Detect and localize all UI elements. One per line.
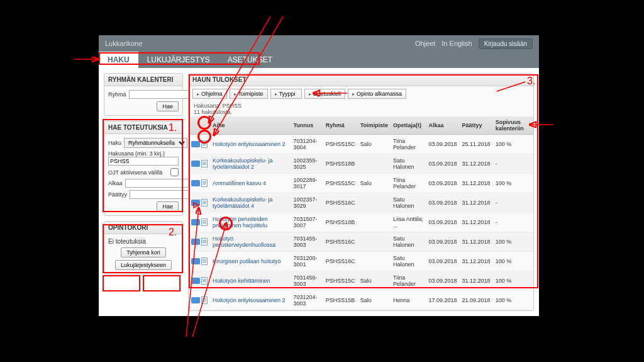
results-panel: HAUN TULOKSET Ohjelma Toimipiste Tyyppi … xyxy=(188,73,534,311)
result-link[interactable]: Ammatillinen kasvu 4 xyxy=(213,180,266,186)
ojt-label: OJT aktiivisena välillä xyxy=(108,169,168,176)
search-button[interactable]: Hae xyxy=(157,201,179,212)
details-icon[interactable] xyxy=(201,160,208,167)
table-row: Hoitotyön perusteiden prekliininen harjo… xyxy=(189,213,533,232)
result-link[interactable]: Hoitotyön perusteiden prekliininen harjo… xyxy=(213,216,268,229)
filter-toimipiste[interactable]: Toimipiste xyxy=(230,89,268,99)
details-icon[interactable] xyxy=(201,297,208,304)
hakusana-label: Hakusana (min. 3 kirj.) xyxy=(108,150,179,157)
result-link[interactable]: Korkeakouluopiskelu- ja työelämätaidot 4 xyxy=(213,196,273,209)
col-alkaa[interactable]: Alkaa xyxy=(426,116,460,135)
app-window: Lukkarikone Ohjeet In English Kirjaudu s… xyxy=(99,35,539,316)
to-timetable-button[interactable]: Lukujärjestykseen xyxy=(115,260,172,270)
paattyy-label: Päättyy xyxy=(108,191,127,198)
result-link[interactable]: Hoitotyön erityisosaaminen 2 xyxy=(213,297,286,303)
search-term-info: Hakusana: PSHSS xyxy=(194,103,528,109)
tab-settings[interactable]: ASETUKSET xyxy=(219,52,281,68)
basket-title: OPINTOKORI xyxy=(104,222,182,234)
tab-timetable[interactable]: LUKUJÄRJESTYS xyxy=(138,52,219,68)
details-icon[interactable] xyxy=(201,257,208,265)
table-row: Hoitotyö perusterveydenhuollossa7031455-… xyxy=(189,232,533,252)
login-button[interactable]: Kirjaudu sisään xyxy=(479,38,533,49)
filter-ohjelma[interactable]: Ohjelma xyxy=(192,89,227,99)
table-row: Hoitotyön erityisosaaminen 27031204-3004… xyxy=(189,135,533,154)
ojt-checkbox[interactable] xyxy=(170,168,179,176)
table-row: Ammatillinen kasvu 41002289-3017PSHSS15C… xyxy=(189,174,533,193)
col-opettajat[interactable]: Opettaja(t) xyxy=(391,116,426,135)
details-icon[interactable] xyxy=(201,199,208,206)
result-link[interactable]: Hoitotyön kehittäminen xyxy=(213,278,270,284)
group-label: Ryhmä xyxy=(108,91,126,98)
result-link[interactable]: Hoitotyön erityisosaaminen 2 xyxy=(213,141,286,147)
add-to-basket-icon[interactable] xyxy=(191,200,200,206)
group-calendar-title: RYHMÄN KALENTERI xyxy=(104,74,182,86)
tabs: HAKU LUKUJÄRJESTYS ASETUKSET xyxy=(99,52,539,68)
filter-opetuskieli[interactable]: Opetuskieli xyxy=(304,89,346,99)
details-icon[interactable] xyxy=(201,140,208,148)
results-table: Aihe Tunnus Ryhmä Toimipiste Opettaja(t)… xyxy=(189,116,533,310)
search-panel: HAE TOTEUTUKSIA Haku Ryhmätunnuksella Ha… xyxy=(104,121,183,216)
haku-label: Haku xyxy=(108,140,121,146)
basket-panel: OPINTOKORI Ei toteutuksia Tyhjennä kori … xyxy=(104,221,183,274)
add-to-basket-icon[interactable] xyxy=(191,161,200,167)
result-link[interactable]: Kirurgisen potilaan hoitotyö xyxy=(213,258,281,264)
col-paattyy[interactable]: Päättyy xyxy=(460,116,493,135)
details-icon[interactable] xyxy=(201,238,208,246)
table-row: Korkeakouluopiskelu- ja työelämätaidot 2… xyxy=(189,154,533,174)
add-to-basket-icon[interactable] xyxy=(191,278,200,284)
clear-basket-button[interactable]: Tyhjennä kori xyxy=(121,247,166,257)
table-row: Kirurgisen potilaan hoitotyö7031200-3001… xyxy=(189,252,533,271)
add-to-basket-icon[interactable] xyxy=(191,180,200,186)
group-calendar-panel: RYHMÄN KALENTERI Ryhmä Hae xyxy=(104,73,183,116)
search-panel-title: HAE TOTEUTUKSIA xyxy=(104,122,182,134)
search-count-info: 11 hakutulosta. xyxy=(194,109,528,115)
result-link[interactable]: Hoitotyö perusterveydenhuollossa xyxy=(213,235,275,248)
filter-tyyppi[interactable]: Tyyppi xyxy=(270,89,302,99)
help-link[interactable]: Ohjeet xyxy=(415,40,435,47)
group-search-button[interactable]: Hae xyxy=(157,101,179,111)
basket-empty-text: Ei toteutuksia xyxy=(108,238,179,245)
add-to-basket-icon[interactable] xyxy=(191,219,200,225)
tab-search[interactable]: HAKU xyxy=(99,52,138,68)
col-aihe[interactable]: Aihe xyxy=(210,116,291,135)
filter-alkamassa[interactable]: Opinto alkamassa xyxy=(348,89,406,99)
result-link[interactable]: Korkeakouluopiskelu- ja työelämätaidot 2 xyxy=(213,157,273,170)
col-ryhma[interactable]: Ryhmä xyxy=(323,116,358,135)
add-to-basket-icon[interactable] xyxy=(191,258,200,264)
topbar: Lukkarikone Ohjeet In English Kirjaudu s… xyxy=(99,35,539,52)
table-row: Korkeakouluopiskelu- ja työelämätaidot 4… xyxy=(189,193,533,213)
table-row: Hoitotyön kehittäminen7031456-3003PSHSS1… xyxy=(189,271,533,291)
details-icon[interactable] xyxy=(201,218,208,226)
lang-link[interactable]: In English xyxy=(441,40,472,47)
col-toimipiste[interactable]: Toimipiste xyxy=(358,116,391,135)
add-to-basket-icon[interactable] xyxy=(191,297,200,303)
hakusana-input[interactable] xyxy=(108,157,179,166)
haku-select[interactable]: Ryhmätunnuksella xyxy=(124,138,187,148)
col-tunnus[interactable]: Tunnus xyxy=(291,116,323,135)
alkaa-label: Alkaa xyxy=(108,180,123,186)
col-sopivuus[interactable]: Sopivuus kalenteriin xyxy=(493,116,533,135)
add-to-basket-icon[interactable] xyxy=(191,141,200,147)
details-icon[interactable] xyxy=(201,179,208,187)
details-icon[interactable] xyxy=(201,277,208,285)
results-title: HAUN TULOKSET xyxy=(189,74,533,86)
table-row: Hoitotyön erityisosaaminen 27031204-3003… xyxy=(189,291,533,310)
add-to-basket-icon[interactable] xyxy=(191,239,200,245)
filter-row: Ohjelma Toimipiste Tyyppi Opetuskieli Op… xyxy=(189,86,533,101)
app-title: Lukkarikone xyxy=(105,40,142,47)
